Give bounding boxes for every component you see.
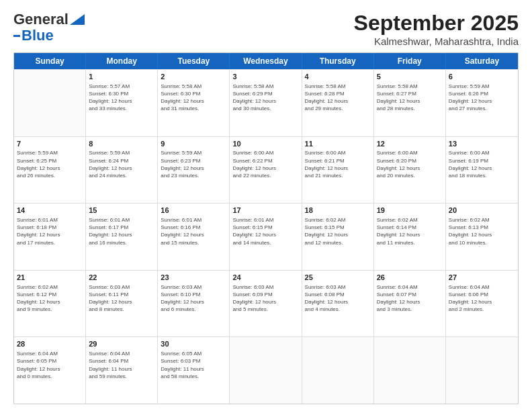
calendar-cell: 30Sunrise: 6:05 AM Sunset: 6:03 PM Dayli… (158, 337, 230, 404)
calendar-week-4: 21Sunrise: 6:02 AM Sunset: 6:12 PM Dayli… (14, 270, 518, 337)
logo-icon (70, 14, 85, 25)
day-info: Sunrise: 6:04 AM Sunset: 6:07 PM Dayligh… (377, 283, 443, 314)
calendar-header-sunday: Sunday (14, 53, 86, 69)
day-number: 28 (17, 339, 83, 349)
day-number: 12 (377, 139, 443, 149)
day-number: 16 (161, 205, 226, 216)
day-number: 6 (449, 72, 515, 82)
day-info: Sunrise: 6:03 AM Sunset: 6:10 PM Dayligh… (161, 283, 226, 314)
calendar-body: 1Sunrise: 5:57 AM Sunset: 6:30 PM Daylig… (14, 69, 518, 404)
page: General Blue September 2025 Kalmeshwar, … (0, 0, 532, 411)
calendar-header-tuesday: Tuesday (158, 53, 230, 69)
calendar-cell: 25Sunrise: 6:03 AM Sunset: 6:08 PM Dayli… (302, 271, 374, 337)
day-number: 2 (161, 72, 226, 82)
day-info: Sunrise: 5:58 AM Sunset: 6:28 PM Dayligh… (305, 83, 371, 113)
calendar-cell: 28Sunrise: 6:04 AM Sunset: 6:05 PM Dayli… (14, 337, 86, 404)
day-info: Sunrise: 6:02 AM Sunset: 6:13 PM Dayligh… (449, 216, 515, 246)
page-title: September 2025 (354, 11, 519, 36)
calendar-cell: 15Sunrise: 6:01 AM Sunset: 6:17 PM Dayli… (86, 203, 158, 270)
day-info: Sunrise: 6:00 AM Sunset: 6:22 PM Dayligh… (232, 149, 298, 179)
svg-marker-0 (70, 14, 85, 25)
day-number: 1 (89, 72, 154, 82)
day-number: 29 (89, 339, 154, 349)
day-number: 11 (305, 139, 371, 149)
logo-blue-text: Blue (21, 27, 54, 44)
day-number: 5 (377, 72, 443, 82)
day-info: Sunrise: 5:59 AM Sunset: 6:26 PM Dayligh… (449, 83, 515, 113)
calendar-cell: 4Sunrise: 5:58 AM Sunset: 6:28 PM Daylig… (302, 70, 374, 136)
day-info: Sunrise: 5:59 AM Sunset: 6:24 PM Dayligh… (89, 149, 154, 179)
logo-general-text: General (13, 11, 69, 28)
calendar-cell: 14Sunrise: 6:01 AM Sunset: 6:18 PM Dayli… (14, 203, 86, 270)
calendar-week-5: 28Sunrise: 6:04 AM Sunset: 6:05 PM Dayli… (14, 336, 518, 404)
day-number: 21 (17, 273, 83, 283)
header: General Blue September 2025 Kalmeshwar, … (13, 11, 519, 47)
calendar-header-wednesday: Wednesday (230, 53, 302, 69)
calendar-cell: 16Sunrise: 6:01 AM Sunset: 6:16 PM Dayli… (158, 203, 230, 270)
day-info: Sunrise: 5:58 AM Sunset: 6:27 PM Dayligh… (377, 83, 443, 113)
calendar-cell: 19Sunrise: 6:02 AM Sunset: 6:14 PM Dayli… (374, 203, 446, 270)
calendar-cell: 26Sunrise: 6:04 AM Sunset: 6:07 PM Dayli… (374, 271, 446, 337)
calendar-cell: 6Sunrise: 5:59 AM Sunset: 6:26 PM Daylig… (446, 70, 518, 136)
day-number: 10 (232, 139, 298, 149)
day-info: Sunrise: 6:04 AM Sunset: 6:04 PM Dayligh… (89, 350, 154, 380)
day-info: Sunrise: 6:02 AM Sunset: 6:12 PM Dayligh… (17, 283, 83, 314)
logo: General Blue (13, 11, 85, 44)
calendar-cell: 12Sunrise: 6:00 AM Sunset: 6:20 PM Dayli… (374, 137, 446, 203)
calendar-cell: 3Sunrise: 5:58 AM Sunset: 6:29 PM Daylig… (230, 70, 302, 136)
calendar-cell (446, 337, 518, 404)
page-subtitle: Kalmeshwar, Maharashtra, India (354, 36, 519, 47)
calendar-header-saturday: Saturday (446, 53, 518, 69)
day-info: Sunrise: 6:00 AM Sunset: 6:20 PM Dayligh… (377, 149, 443, 179)
day-number: 30 (161, 339, 226, 349)
calendar-cell: 27Sunrise: 6:04 AM Sunset: 6:06 PM Dayli… (446, 271, 518, 337)
day-info: Sunrise: 6:01 AM Sunset: 6:18 PM Dayligh… (17, 216, 83, 246)
calendar-cell: 5Sunrise: 5:58 AM Sunset: 6:27 PM Daylig… (374, 70, 446, 136)
day-info: Sunrise: 6:00 AM Sunset: 6:21 PM Dayligh… (305, 149, 371, 179)
calendar-cell: 23Sunrise: 6:03 AM Sunset: 6:10 PM Dayli… (158, 271, 230, 337)
calendar-cell: 18Sunrise: 6:02 AM Sunset: 6:15 PM Dayli… (302, 203, 374, 270)
day-number: 24 (232, 273, 298, 283)
calendar-week-3: 14Sunrise: 6:01 AM Sunset: 6:18 PM Dayli… (14, 203, 518, 270)
calendar-week-2: 7Sunrise: 5:59 AM Sunset: 6:25 PM Daylig… (14, 136, 518, 203)
calendar-cell: 2Sunrise: 5:58 AM Sunset: 6:30 PM Daylig… (158, 70, 230, 136)
calendar-cell: 11Sunrise: 6:00 AM Sunset: 6:21 PM Dayli… (302, 137, 374, 203)
day-info: Sunrise: 6:04 AM Sunset: 6:06 PM Dayligh… (449, 283, 515, 314)
day-info: Sunrise: 6:03 AM Sunset: 6:08 PM Dayligh… (305, 283, 371, 314)
day-info: Sunrise: 5:59 AM Sunset: 6:23 PM Dayligh… (161, 149, 226, 179)
calendar-cell: 29Sunrise: 6:04 AM Sunset: 6:04 PM Dayli… (86, 337, 158, 404)
day-number: 27 (449, 273, 515, 283)
calendar-week-1: 1Sunrise: 5:57 AM Sunset: 6:30 PM Daylig… (14, 69, 518, 136)
calendar-cell: 1Sunrise: 5:57 AM Sunset: 6:30 PM Daylig… (86, 70, 158, 136)
day-number: 26 (377, 273, 443, 283)
day-number: 3 (232, 72, 298, 82)
calendar-cell: 9Sunrise: 5:59 AM Sunset: 6:23 PM Daylig… (158, 137, 230, 203)
day-info: Sunrise: 6:04 AM Sunset: 6:05 PM Dayligh… (17, 350, 83, 380)
day-number: 17 (232, 205, 298, 216)
day-number: 9 (161, 139, 226, 149)
day-number: 8 (89, 139, 154, 149)
day-info: Sunrise: 6:05 AM Sunset: 6:03 PM Dayligh… (161, 350, 226, 380)
day-info: Sunrise: 5:59 AM Sunset: 6:25 PM Dayligh… (17, 149, 83, 179)
calendar-cell: 17Sunrise: 6:01 AM Sunset: 6:15 PM Dayli… (230, 203, 302, 270)
day-number: 22 (89, 273, 154, 283)
calendar-cell: 7Sunrise: 5:59 AM Sunset: 6:25 PM Daylig… (14, 137, 86, 203)
calendar-cell (374, 337, 446, 404)
calendar-cell: 13Sunrise: 6:00 AM Sunset: 6:19 PM Dayli… (446, 137, 518, 203)
day-info: Sunrise: 5:57 AM Sunset: 6:30 PM Dayligh… (89, 83, 154, 113)
day-info: Sunrise: 5:58 AM Sunset: 6:29 PM Dayligh… (232, 83, 298, 113)
day-info: Sunrise: 6:01 AM Sunset: 6:16 PM Dayligh… (161, 216, 226, 246)
day-number: 23 (161, 273, 226, 283)
day-number: 14 (17, 205, 83, 216)
day-info: Sunrise: 6:00 AM Sunset: 6:19 PM Dayligh… (449, 149, 515, 179)
day-number: 15 (89, 205, 154, 216)
calendar-header-monday: Monday (86, 53, 158, 69)
day-number: 4 (305, 72, 371, 82)
day-info: Sunrise: 5:58 AM Sunset: 6:30 PM Dayligh… (161, 83, 226, 113)
day-number: 25 (305, 273, 371, 283)
calendar-cell: 8Sunrise: 5:59 AM Sunset: 6:24 PM Daylig… (86, 137, 158, 203)
day-info: Sunrise: 6:03 AM Sunset: 6:09 PM Dayligh… (232, 283, 298, 314)
calendar-cell (230, 337, 302, 404)
day-info: Sunrise: 6:02 AM Sunset: 6:14 PM Dayligh… (377, 216, 443, 246)
day-number: 13 (449, 139, 515, 149)
